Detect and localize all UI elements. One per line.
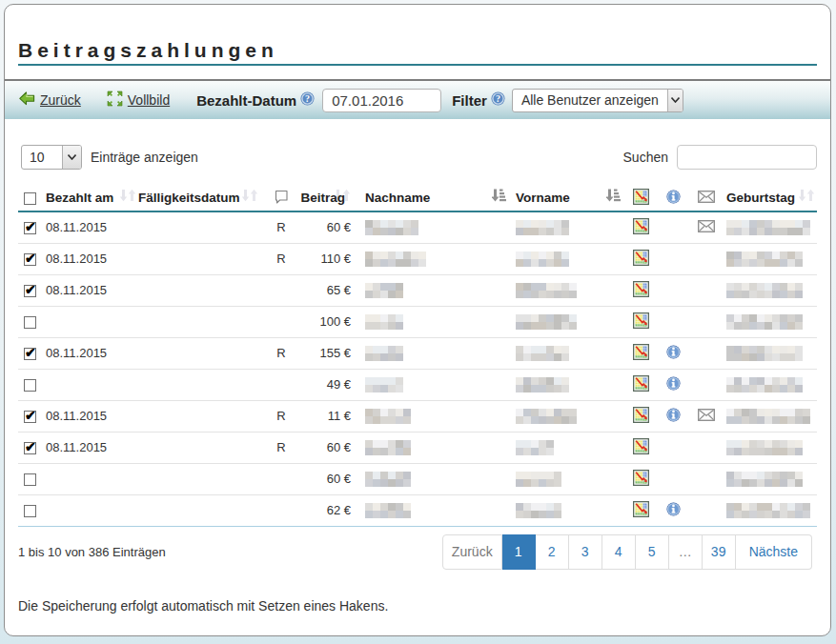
table-head: Bezahlt am Fälligkeitsdatum Beitrag Nach… (18, 176, 817, 211)
select-all-header (18, 176, 46, 211)
row-checkbox[interactable] (24, 316, 36, 329)
pagination-page-39[interactable]: 39 (703, 534, 736, 570)
sort-icon (242, 189, 257, 205)
sort-amount-icon[interactable] (606, 189, 621, 205)
comment-cell: R (262, 211, 300, 243)
table-body: 08.11.2015R60 €08.11.2015R110 €08.11.201… (18, 211, 817, 526)
pagination-page-2[interactable]: 2 (536, 534, 569, 570)
row-checkbox[interactable] (24, 505, 36, 517)
row-checkbox[interactable] (24, 411, 36, 423)
chart-icon[interactable] (633, 443, 649, 457)
nachname-cell (353, 369, 510, 400)
chart-icon[interactable] (633, 254, 649, 269)
pagination-next[interactable]: Nächste (736, 534, 812, 570)
beitrag-cell: 49 € (300, 369, 353, 400)
col-header-beitrag[interactable]: Beitrag (300, 176, 353, 211)
comment-cell (262, 369, 300, 400)
info-cell (658, 463, 688, 494)
column-label: Fälligkeitsdatum (138, 191, 240, 205)
info-icon[interactable] (666, 379, 681, 393)
geburtstag-cell (724, 494, 817, 526)
pagination-page-4[interactable]: 4 (602, 534, 636, 570)
mail-icon[interactable] (698, 410, 715, 424)
row-checkbox[interactable] (24, 253, 36, 266)
info-cell (658, 243, 688, 274)
chart-icon[interactable] (633, 349, 649, 363)
mail-cell (688, 400, 724, 432)
geburtstag-cell (724, 463, 817, 494)
chart-icon[interactable] (633, 223, 649, 237)
bezahlt-am-cell: 08.11.2015 (46, 400, 138, 432)
col-header-faelligkeitsdatum[interactable]: Fälligkeitsdatum (138, 176, 262, 211)
chart-icon[interactable] (633, 474, 649, 489)
table-row: 62 € (18, 494, 817, 526)
pagination-prev[interactable]: Zurück (442, 534, 502, 570)
col-header-info (658, 176, 688, 211)
col-header-nachname[interactable]: Nachname (353, 176, 510, 211)
pagination-page-5[interactable]: 5 (636, 534, 669, 570)
info-cell (658, 274, 688, 306)
row-checkbox[interactable] (24, 222, 36, 234)
info-icon[interactable] (666, 348, 681, 362)
select-all-checkbox[interactable] (24, 192, 36, 205)
row-select-cell (18, 463, 46, 494)
page-length-arrow (62, 146, 81, 169)
vorname-cell (510, 432, 624, 463)
redacted-text (365, 377, 403, 392)
nachname-cell (353, 243, 510, 274)
info-icon[interactable] (666, 505, 681, 519)
row-checkbox[interactable] (24, 285, 36, 297)
row-checkbox[interactable] (24, 442, 36, 454)
row-checkbox[interactable] (24, 348, 36, 360)
col-header-geburtstag[interactable]: Geburtstag (724, 176, 817, 211)
bezahlt-am-cell (46, 463, 138, 494)
info-cell (658, 400, 688, 432)
filter-select[interactable]: Alle Benutzer anzeigen (512, 89, 683, 112)
redacted-text (516, 252, 569, 267)
vorname-cell (510, 337, 624, 369)
vorname-cell (510, 306, 624, 337)
column-label: Nachname (365, 191, 430, 205)
mail-icon[interactable] (698, 221, 715, 235)
chart-icon[interactable] (633, 506, 649, 520)
column-label: Beitrag (300, 191, 345, 205)
paid-date-help-icon[interactable]: ? (300, 91, 315, 110)
beitrag-cell: 155 € (300, 337, 353, 369)
info-icon[interactable] (666, 411, 681, 425)
row-checkbox[interactable] (24, 379, 36, 392)
search-input[interactable] (677, 145, 817, 170)
fullscreen-link[interactable]: Vollbild (107, 91, 170, 111)
faelligkeitsdatum-cell (138, 369, 262, 400)
mail-cell (688, 432, 724, 463)
table-row: 08.11.2015R11 € (18, 400, 817, 432)
col-header-comment[interactable] (262, 176, 300, 211)
faelligkeitsdatum-cell (138, 243, 262, 274)
bezahlt-am-cell (46, 369, 138, 400)
redacted-text (726, 220, 810, 235)
nachname-cell (353, 400, 510, 432)
redacted-text (516, 314, 577, 330)
sort-amount-icon[interactable] (492, 189, 506, 205)
payments-table: Bezahlt am Fälligkeitsdatum Beitrag Nach… (18, 176, 817, 527)
chart-icon (633, 193, 649, 208)
redacted-text (365, 283, 403, 298)
chart-icon[interactable] (633, 286, 649, 300)
col-header-vorname[interactable]: Vorname (510, 176, 624, 211)
chart-icon[interactable] (633, 412, 649, 426)
chart-icon[interactable] (633, 380, 649, 394)
pagination-page-3[interactable]: 3 (569, 534, 602, 570)
filter-help-icon[interactable]: ? (491, 91, 505, 110)
info-cell (658, 337, 688, 369)
col-header-bezahlt-am[interactable]: Bezahlt am (46, 176, 138, 211)
faelligkeitsdatum-cell (138, 432, 262, 463)
vorname-cell (510, 211, 624, 243)
comment-cell: R (262, 243, 300, 274)
entries-info: 1 bis 10 von 386 Einträgen (18, 545, 166, 559)
chart-icon[interactable] (633, 317, 649, 332)
pagination-page-1[interactable]: 1 (502, 534, 536, 570)
row-checkbox[interactable] (24, 473, 36, 486)
page-length-select[interactable]: 10 (21, 145, 82, 170)
paid-date-input[interactable] (322, 89, 441, 112)
back-link[interactable]: Zurück (19, 91, 81, 110)
filter-select-value: Alle Benutzer anzeigen (513, 92, 667, 108)
